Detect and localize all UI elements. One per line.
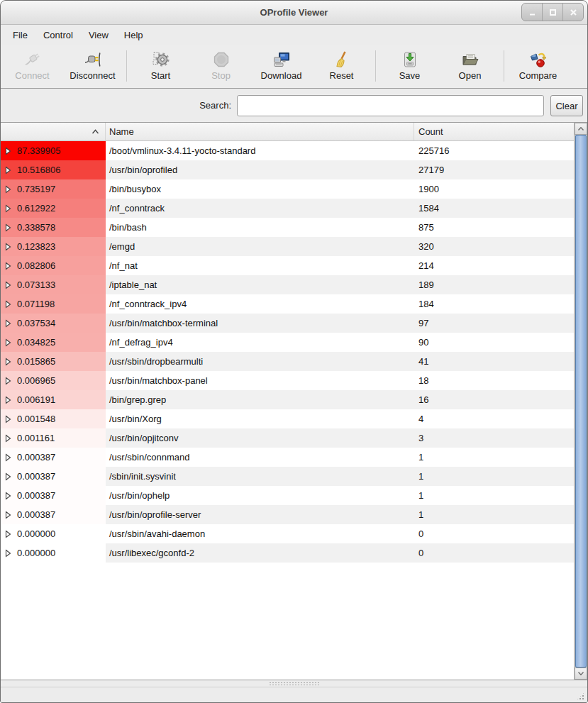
count-cell: 1	[414, 448, 574, 467]
row-expander-icon[interactable]	[5, 204, 11, 213]
scroll-down-button[interactable]	[575, 668, 587, 680]
table-row[interactable]: 87.339905/boot/vmlinux-3.4.11-yocto-stan…	[1, 141, 574, 160]
stop-label: Stop	[211, 70, 231, 81]
table-row[interactable]: 0.037534/usr/bin/matchbox-terminal97	[1, 314, 574, 333]
percent-value: 0.082806	[17, 260, 55, 271]
count-cell: 3	[414, 428, 574, 448]
titlebar[interactable]: OProfile Viewer	[1, 1, 587, 25]
row-expander-icon[interactable]	[5, 492, 11, 500]
name-cell: /usr/sbin/avahi-daemon	[106, 524, 414, 543]
pane-splitter[interactable]	[1, 680, 587, 687]
row-expander-icon[interactable]	[5, 453, 11, 462]
row-expander-icon[interactable]	[5, 377, 11, 385]
menu-view[interactable]: View	[81, 26, 116, 44]
maximize-button[interactable]	[542, 4, 562, 21]
toolbar-separator	[126, 50, 127, 82]
table-row[interactable]: 0.006191/bin/grep.grep16	[1, 390, 574, 409]
percent-cell: 87.339905	[1, 141, 106, 160]
close-button[interactable]	[562, 4, 583, 21]
vertical-scrollbar[interactable]	[574, 123, 587, 680]
download-button[interactable]: Download	[251, 50, 311, 81]
start-button[interactable]: Start	[131, 50, 191, 81]
reset-button[interactable]: Reset	[311, 50, 372, 81]
table-row[interactable]: 0.000387/usr/bin/ophelp1	[1, 486, 574, 505]
column-header-name[interactable]: Name	[106, 123, 414, 140]
percent-value: 0.000000	[17, 548, 55, 558]
table-row[interactable]: 0.071198/nf_conntrack_ipv4184	[1, 294, 574, 314]
table-row[interactable]: 0.338578/bin/bash875	[1, 218, 574, 237]
table-row[interactable]: 0.082806/nf_nat214	[1, 256, 574, 275]
name-cell: /usr/sbin/connmand	[106, 448, 414, 467]
table-row[interactable]: 0.073133/iptable_nat189	[1, 275, 574, 294]
table-row[interactable]: 10.516806/usr/bin/oprofiled27179	[1, 160, 574, 179]
table-row[interactable]: 0.015865/usr/sbin/dropbearmulti41	[1, 352, 574, 371]
minimize-button[interactable]	[522, 4, 542, 21]
table-row[interactable]: 0.006965/usr/bin/matchbox-panel18	[1, 371, 574, 390]
name-cell: /usr/bin/ophelp	[106, 486, 414, 505]
row-expander-icon[interactable]	[5, 223, 11, 232]
row-expander-icon[interactable]	[5, 358, 11, 366]
row-expander-icon[interactable]	[5, 530, 11, 538]
row-expander-icon[interactable]	[5, 300, 11, 309]
reset-icon	[333, 50, 351, 69]
table-row[interactable]: 0.001161/usr/bin/opjitconv3	[1, 428, 574, 448]
row-expander-icon[interactable]	[5, 166, 11, 175]
row-expander-icon[interactable]	[5, 281, 11, 289]
row-expander-icon[interactable]	[5, 338, 11, 347]
row-expander-icon[interactable]	[5, 147, 11, 155]
column-header-percent[interactable]	[1, 123, 106, 140]
row-expander-icon[interactable]	[5, 396, 11, 404]
table-row[interactable]: 0.000000/usr/sbin/avahi-daemon0	[1, 524, 574, 543]
window-controls	[521, 3, 584, 21]
search-input[interactable]	[237, 95, 544, 116]
name-cell: /iptable_nat	[106, 275, 414, 294]
table-row[interactable]: 0.034825/nf_defrag_ipv490	[1, 333, 574, 352]
row-expander-icon[interactable]	[5, 185, 11, 194]
name-cell: /emgd	[106, 237, 414, 256]
menu-control[interactable]: Control	[35, 26, 81, 44]
table-row[interactable]: 0.612922/nf_conntrack1584	[1, 199, 574, 218]
percent-cell: 0.000387	[1, 486, 106, 505]
row-expander-icon[interactable]	[5, 511, 11, 519]
row-expander-icon[interactable]	[5, 415, 11, 424]
table-row[interactable]: 0.001548/usr/bin/Xorg4	[1, 409, 574, 428]
download-icon	[272, 50, 291, 69]
count-cell: 16	[414, 390, 574, 409]
scrollbar-thumb[interactable]	[575, 135, 587, 668]
disconnect-button[interactable]: Disconnect	[62, 50, 123, 81]
search-bar: Search: Clear	[1, 89, 587, 123]
table-row[interactable]: 0.000387/usr/bin/oprofile-server1	[1, 505, 574, 524]
row-expander-icon[interactable]	[5, 319, 11, 328]
percent-value: 0.073133	[17, 279, 55, 290]
row-expander-icon[interactable]	[5, 549, 11, 558]
row-expander-icon[interactable]	[5, 434, 11, 443]
column-header-count[interactable]: Count	[414, 123, 574, 140]
compare-button[interactable]: Compare	[508, 50, 568, 81]
sort-ascending-icon	[91, 128, 100, 135]
clear-button[interactable]: Clear	[550, 95, 583, 116]
name-cell: /usr/bin/oprofiled	[106, 160, 414, 179]
scroll-up-button[interactable]	[575, 123, 587, 135]
row-expander-icon[interactable]	[5, 243, 11, 251]
menu-file[interactable]: File	[5, 26, 35, 44]
count-cell: 18	[414, 371, 574, 390]
percent-cell: 0.037534	[1, 314, 106, 333]
table-row[interactable]: 0.000387/usr/sbin/connmand1	[1, 448, 574, 467]
menu-help[interactable]: Help	[116, 26, 151, 44]
table-header: Name Count	[1, 123, 574, 141]
count-cell: 90	[414, 333, 574, 352]
percent-value: 87.339905	[17, 145, 60, 156]
save-button[interactable]: Save	[379, 50, 440, 81]
percent-cell: 10.516806	[1, 160, 106, 179]
row-expander-icon[interactable]	[5, 262, 11, 270]
table-row[interactable]: 0.000387/sbin/init.sysvinit1	[1, 467, 574, 486]
resize-grip-icon[interactable]	[576, 692, 585, 701]
table-row[interactable]: 0.735197/bin/busybox1900	[1, 179, 574, 199]
count-cell: 875	[414, 218, 574, 237]
row-expander-icon[interactable]	[5, 472, 11, 481]
open-button[interactable]: Open	[440, 50, 500, 81]
table-row[interactable]: 0.123823/emgd320	[1, 237, 574, 256]
percent-cell: 0.000000	[1, 543, 106, 563]
table-row[interactable]: 0.000000/usr/libexec/gconfd-20	[1, 543, 574, 563]
count-cell: 320	[414, 237, 574, 256]
